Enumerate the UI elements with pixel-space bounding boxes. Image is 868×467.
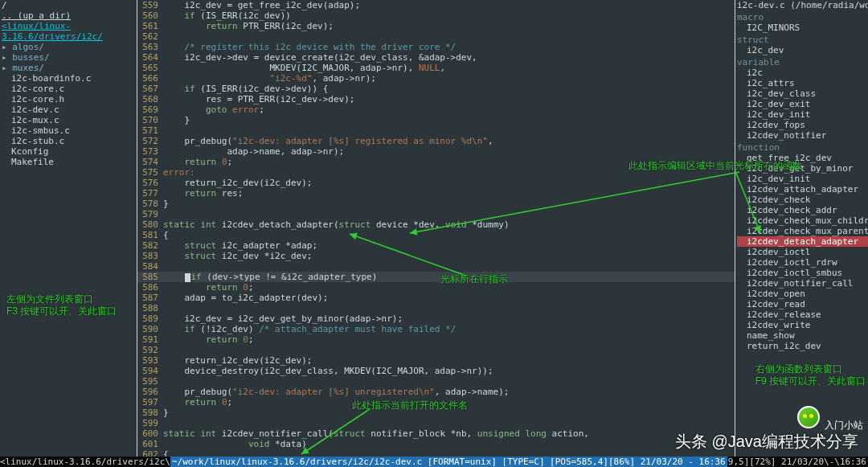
code-line[interactable]: 592 [137,345,735,355]
line-number: 600 [137,428,163,439]
code-line[interactable]: 577 return res; [137,188,735,199]
code-line[interactable]: 568 res = PTR_ERR(i2c_dev->dev); [137,94,735,104]
code-line[interactable]: 574 return 0; [137,157,735,167]
taglist-item[interactable]: i2c_attrs [737,78,868,88]
taglist-item[interactable]: i2c [737,68,868,78]
taglist-item[interactable]: i2c_dev_exit [737,99,868,109]
code-line[interactable]: 571 [137,125,735,136]
taglist-item[interactable]: i2cdev_check [737,195,868,205]
code-line[interactable]: 567 if (IS_ERR(i2c_dev->dev)) { [137,84,735,94]
taglist-item[interactable]: i2cdev_ioctl_smbus [737,268,868,278]
tree-path-link[interactable]: <linux/linux-3.16.6/drivers/i2c/ [0,21,137,42]
tree-updir[interactable]: .. (up a dir) [0,10,137,21]
code-line[interactable]: 572 pr_debug("i2c-dev: adapter [%s] regi… [137,136,735,146]
taglist-item[interactable]: i2cdev_ioctl [737,247,868,257]
taglist-item[interactable]: return_i2c_dev [737,341,868,351]
code-line[interactable]: 585 if (dev->type != &i2c_adapter_type) [137,272,735,282]
tree-file[interactable]: i2c-mux.c [0,115,137,125]
code-line[interactable]: 595 [137,376,735,387]
taglist-item[interactable]: i2cdev_read [737,299,868,309]
taglist-item[interactable]: i2cdev_attach_adapter [737,184,868,195]
code-line[interactable]: 582 struct i2c_adapter *adap; [137,240,735,251]
code-line[interactable]: 597 return 0; [137,397,735,408]
tree-dir[interactable]: busses/ [0,52,137,63]
code-line[interactable]: 575error: [137,167,735,178]
taglist-section: variable [737,57,868,68]
code-line[interactable]: 600static int i2cdev_notifier_call(struc… [137,428,735,439]
taglist-item[interactable]: i2cdev_fops [737,120,868,130]
code-line[interactable]: 591 return 0; [137,334,735,345]
taglist-item[interactable]: i2cdev_detach_adapter [737,236,868,247]
code-editor-pane[interactable]: 559 i2c_dev = get_free_i2c_dev(adap);560… [137,0,735,457]
code-line[interactable]: 584 [137,261,735,272]
code-line[interactable]: 578} [137,199,735,209]
taglist-item[interactable]: i2c_dev_get_by_minor [737,163,868,174]
taglist-item[interactable]: i2c_dev_init [737,174,868,184]
code-line[interactable]: 566 "i2c-%d", adap->nr); [137,73,735,84]
taglist-item[interactable]: i2c_dev [737,45,868,55]
status-mid: ~/work/linux/linux-3.16.6/drivers/i2c/i2… [170,457,727,467]
code-line[interactable]: 561 return PTR_ERR(i2c_dev); [137,21,735,31]
code-line[interactable]: 596 pr_debug("i2c-dev: adapter [%s] unre… [137,387,735,397]
taglist-item[interactable]: i2cdev_check_mux_parents [737,226,868,236]
code-line[interactable]: 588 [137,303,735,313]
taglist-item[interactable]: i2cdev_open [737,289,868,299]
code-line[interactable]: 599 [137,418,735,428]
code-line[interactable]: 573 adap->name, adap->nr); [137,146,735,157]
code-line[interactable]: 565 MKDEV(I2C_MAJOR, adap->nr), NULL, [137,63,735,73]
code-line[interactable]: 559 i2c_dev = get_free_i2c_dev(adap); [137,0,735,10]
taglist-item[interactable]: get_free_i2c_dev [737,153,868,163]
taglist-item[interactable]: i2cdev_ioctl_rdrw [737,257,868,268]
taglist-item[interactable]: I2C_MINORS [737,23,868,33]
tree-file[interactable]: i2c-stub.c [0,136,137,146]
code-line[interactable]: 587 adap = to_i2c_adapter(dev); [137,293,735,303]
tree-file[interactable]: i2c-core.h [0,94,137,104]
line-number: 580 [137,219,163,230]
tree-file[interactable]: Makefile [0,157,137,167]
tree-file[interactable]: i2c-boardinfo.c [0,73,137,84]
code-line[interactable]: 564 i2c_dev->dev = device_create(i2c_dev… [137,52,735,63]
line-number: 568 [137,94,163,104]
tree-dir[interactable]: muxes/ [0,63,137,73]
tree-file[interactable]: Kconfig [0,146,137,157]
taglist-item[interactable]: i2cdev_notifier [737,130,868,141]
code-line[interactable]: 594 device_destroy(i2c_dev_class, MKDEV(… [137,366,735,376]
code-line[interactable]: 586 return 0; [137,282,735,293]
line-number: 583 [137,251,163,261]
line-number: 560 [137,10,163,21]
code-line[interactable]: 602{ [137,449,735,457]
taglist-item[interactable]: i2c_dev_init [737,109,868,120]
line-number: 592 [137,345,163,355]
tree-file[interactable]: i2c-dev.c [0,104,137,115]
taglist-item[interactable]: i2c_dev_class [737,88,868,99]
code-line[interactable]: 560 if (IS_ERR(i2c_dev)) [137,10,735,21]
taglist-pane[interactable]: i2c-dev.c (/home/radia/work/l macroI2C_M… [735,0,868,457]
taglist-item[interactable]: i2cdev_notifier_call [737,278,868,289]
code-line[interactable]: 576 return_i2c_dev(i2c_dev); [137,178,735,188]
code-line[interactable]: 593 return_i2c_dev(i2c_dev); [137,355,735,366]
code-line[interactable]: 601 void *data) [137,439,735,449]
tree-file[interactable]: i2c-smbus.c [0,125,137,136]
taglist-item[interactable]: i2cdev_check_mux_children [737,215,868,226]
code-line[interactable]: 562 [137,31,735,42]
line-number: 563 [137,42,163,52]
code-line[interactable]: 581{ [137,230,735,240]
tree-dir[interactable]: algos/ [0,42,137,52]
file-tree-pane[interactable]: / .. (up a dir) <linux/linux-3.16.6/driv… [0,0,137,457]
code-line[interactable]: 583 struct i2c_dev *i2c_dev; [137,251,735,261]
code-line[interactable]: 570 } [137,115,735,125]
taglist-item[interactable]: name_show [737,330,868,341]
taglist-item[interactable]: i2cdev_release [737,309,868,320]
code-line[interactable]: 569 goto error; [137,104,735,115]
code-line[interactable]: 580static int i2cdev_detach_adapter(stru… [137,219,735,230]
taglist-item[interactable]: i2cdev_write [737,320,868,330]
line-number: 574 [137,157,163,167]
code-line[interactable]: 598} [137,408,735,418]
code-line[interactable]: 590 if (!i2c_dev) /* attach_adapter must… [137,324,735,334]
code-line[interactable]: 563 /* register this i2c device with the… [137,42,735,52]
code-line[interactable]: 589 i2c_dev = i2c_dev_get_by_minor(adap-… [137,313,735,324]
line-number: 597 [137,397,163,408]
code-line[interactable]: 579 [137,209,735,219]
tree-file[interactable]: i2c-core.c [0,84,137,94]
taglist-item[interactable]: i2cdev_check_addr [737,205,868,215]
